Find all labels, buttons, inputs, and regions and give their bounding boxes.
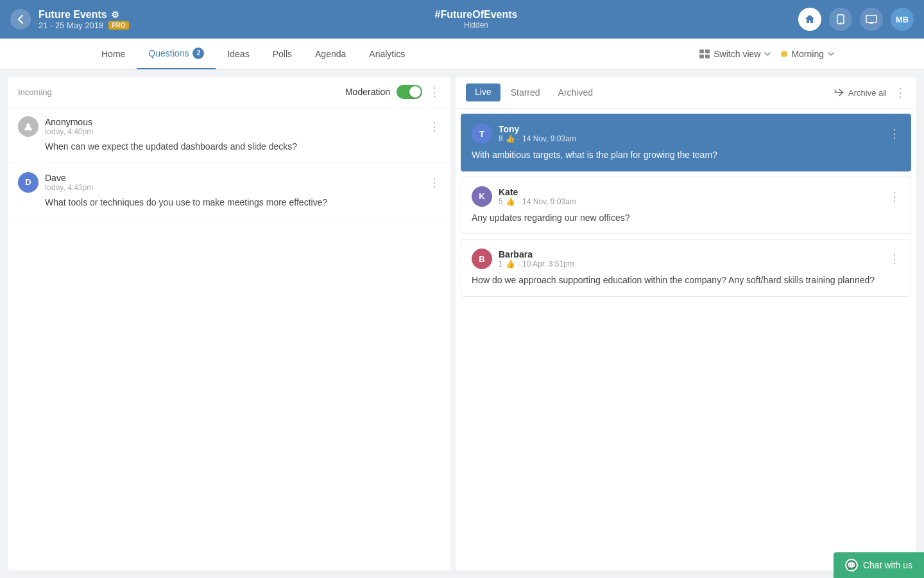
question-text: When can we expect the updated dashboard… (18, 141, 440, 153)
question-text: Any updates regarding our new offices? (472, 212, 900, 225)
switch-view-button[interactable]: Switch view (699, 49, 771, 59)
question-text: What tools or techniques do you use to m… (18, 197, 440, 209)
svg-point-1 (840, 22, 841, 23)
questions-badge: 2 (193, 48, 204, 59)
settings-icon[interactable]: ⚙ (111, 10, 119, 20)
author-time: today, 4:40pm (45, 127, 93, 136)
question-meta-info: 5 👍 · 14 Nov, 9:03am (499, 197, 576, 206)
card-more-icon[interactable]: ⋮ (889, 127, 900, 141)
author-name: Anonymous (45, 117, 93, 127)
question-meta-info: 8 👍 · 14 Nov, 9:03am (499, 134, 576, 143)
display-icon-btn[interactable] (860, 8, 883, 31)
user-avatar[interactable]: MB (891, 8, 914, 31)
nav-tabs: Home Questions 2 Ideas Polls Agenda Anal… (90, 39, 699, 69)
svg-rect-6 (705, 55, 710, 58)
avatar (18, 116, 38, 137)
moderation-toggle[interactable] (397, 85, 422, 99)
morning-button[interactable]: Morning (781, 49, 834, 59)
question-text: How do we approach supporting education … (472, 274, 900, 287)
question-meta-info: 1 👍 · 10 Apr, 3:51pm (499, 259, 574, 268)
content-area: Incoming Moderation ⋮ Anonymo (0, 69, 924, 578)
tab-agenda[interactable]: Agenda (304, 39, 357, 69)
morning-chevron-icon (828, 52, 834, 56)
chat-widget[interactable]: 💬 Chat with us (834, 552, 924, 578)
nav-right: Switch view Morning (699, 49, 834, 59)
header-center: #FutureOfEvents Hidden (330, 9, 622, 30)
switch-view-icon (699, 49, 710, 58)
question-card[interactable]: T Tony 8 👍 · 14 Nov, 9:03am ⋮ (461, 114, 911, 171)
incoming-header: Incoming Moderation ⋮ (8, 77, 450, 107)
author-name: Kate (499, 187, 576, 197)
thumb-icon: 👍 (506, 259, 515, 268)
right-more-icon[interactable]: ⋮ (894, 85, 906, 100)
archive-all-button[interactable]: Archive all (834, 88, 887, 98)
question-more-icon[interactable]: ⋮ (429, 119, 440, 134)
question-cards: T Tony 8 👍 · 14 Nov, 9:03am ⋮ (456, 109, 916, 570)
right-panel-header: Live Starred Archived Archive all ⋮ (456, 77, 916, 109)
author-name: Tony (499, 124, 576, 134)
tab-questions[interactable]: Questions 2 (137, 39, 216, 69)
home-icon-btn[interactable] (798, 8, 821, 31)
event-dates: 21 - 25 May 2018 (38, 21, 103, 30)
tab-home[interactable]: Home (90, 39, 137, 69)
question-item[interactable]: D Dave today, 4:43pm ⋮ What tools or tec… (8, 163, 450, 219)
navigation: Home Questions 2 Ideas Polls Agenda Anal… (0, 39, 924, 69)
incoming-question-list: Anonymous today, 4:40pm ⋮ When can we ex… (8, 107, 450, 570)
tab-starred[interactable]: Starred (503, 83, 548, 101)
avatar: K (472, 186, 492, 207)
pro-badge: PRO (108, 21, 129, 30)
tab-archived[interactable]: Archived (551, 83, 601, 101)
switch-view-label: Switch view (714, 49, 760, 59)
author-name: Dave (45, 173, 93, 183)
question-text: With ambitious targets, what is the plan… (472, 149, 900, 162)
header: Future Events ⚙ 21 - 25 May 2018 PRO #Fu… (0, 0, 924, 39)
back-button[interactable] (10, 9, 31, 30)
moderation-label: Moderation (345, 87, 390, 97)
author-name: Barbara (499, 249, 574, 259)
thumb-icon: 👍 (506, 197, 515, 206)
card-more-icon[interactable]: ⋮ (889, 252, 900, 266)
svg-rect-5 (699, 55, 704, 58)
tab-polls[interactable]: Polls (261, 39, 304, 69)
tab-analytics[interactable]: Analytics (357, 39, 416, 69)
avatar: T (472, 123, 492, 144)
svg-rect-3 (699, 49, 704, 53)
archive-all-icon (834, 89, 844, 96)
question-item[interactable]: Anonymous today, 4:40pm ⋮ When can we ex… (8, 107, 450, 163)
chevron-down-icon (764, 52, 771, 56)
moderated-panel: Live Starred Archived Archive all ⋮ (456, 77, 916, 570)
svg-rect-2 (866, 15, 877, 22)
morning-label: Morning (791, 49, 824, 59)
toggle-thumb (409, 86, 421, 98)
avatar: D (18, 172, 38, 193)
event-name: Future Events (38, 9, 107, 21)
tab-ideas[interactable]: Ideas (216, 39, 261, 69)
chat-icon: 💬 (845, 559, 858, 572)
right-header-actions: Archive all ⋮ (834, 85, 906, 100)
question-more-icon[interactable]: ⋮ (429, 175, 440, 189)
event-info: Future Events ⚙ 21 - 25 May 2018 PRO (38, 9, 330, 30)
right-tabs: Live Starred Archived (466, 83, 601, 101)
author-time: today, 4:43pm (45, 183, 93, 192)
card-more-icon[interactable]: ⋮ (889, 189, 900, 204)
svg-rect-4 (705, 49, 710, 53)
tab-live[interactable]: Live (466, 83, 501, 101)
incoming-title: Incoming (18, 87, 52, 97)
archive-all-label: Archive all (848, 88, 887, 98)
hashtag: #FutureOfEvents (330, 9, 622, 21)
incoming-panel: Incoming Moderation ⋮ Anonymo (8, 77, 450, 570)
question-card[interactable]: B Barbara 1 👍 · 10 Apr, 3:51pm (461, 239, 911, 297)
thumb-icon: 👍 (506, 134, 515, 143)
mobile-icon-btn[interactable] (829, 8, 852, 31)
moderation-row: Moderation ⋮ (345, 85, 440, 99)
avatar: B (472, 249, 492, 269)
hidden-label: Hidden (330, 21, 622, 30)
header-actions: MB (622, 8, 914, 31)
question-card[interactable]: K Kate 5 👍 · 14 Nov, 9:03am ⋮ (461, 177, 911, 234)
morning-dot (781, 51, 787, 57)
chat-label: Chat with us (863, 560, 912, 570)
more-options-icon[interactable]: ⋮ (429, 85, 440, 99)
